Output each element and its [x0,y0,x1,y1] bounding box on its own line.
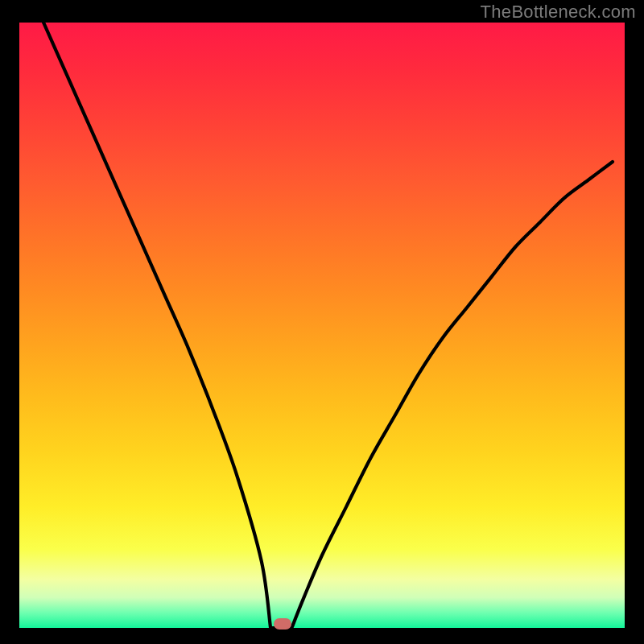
optimal-point-marker [274,618,291,630]
chart-frame: TheBottleneck.com [0,0,644,644]
bottleneck-curve [19,23,625,628]
plot-area [19,23,625,628]
watermark-text: TheBottleneck.com [481,2,636,23]
